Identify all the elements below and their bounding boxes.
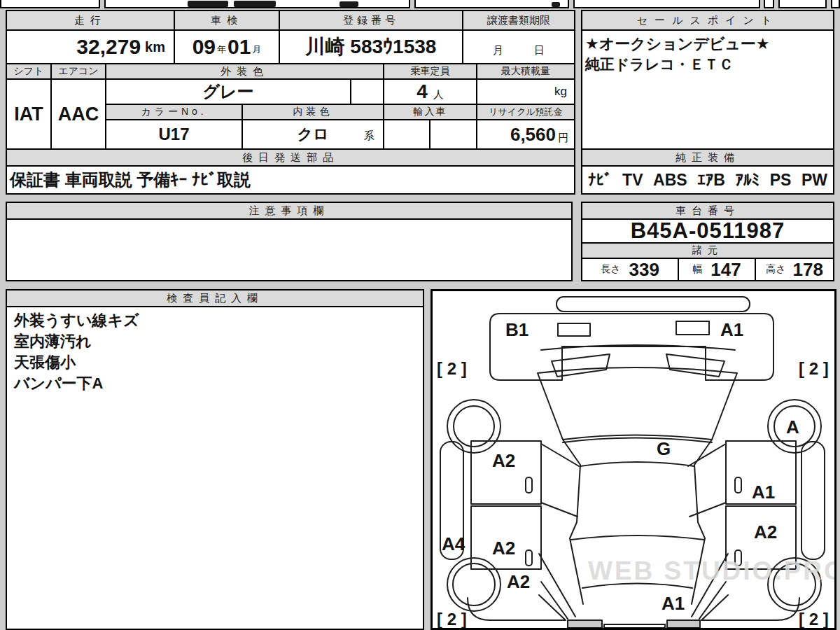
rear-lamp-area — [568, 620, 602, 628]
capacity-value: 4 人 — [383, 78, 477, 105]
body-side-left — [563, 440, 583, 604]
inspector-header: 検査員記入欄 — [6, 289, 424, 307]
equipment-item: ﾅﾋﾞ — [588, 171, 612, 190]
max-load-value: kg — [476, 78, 575, 105]
car-diagram-svg: WEB STUDIO.PRO B1 A1 [ 2 ] [ 2 ] [ 2 ] [… — [433, 291, 834, 628]
wiper-left — [552, 354, 610, 377]
notes-body — [6, 218, 573, 281]
hood-arc — [563, 438, 712, 443]
inspector-line: 天張傷小 — [14, 352, 76, 373]
scan-artifact — [188, 1, 228, 7]
damage-label-left-quarter: A2 — [507, 571, 530, 592]
chassis-header: 車台番号 — [581, 202, 834, 220]
mileage-value: 32,279 km — [6, 29, 175, 64]
watermark: WEB STUDIO.PRO — [588, 556, 834, 585]
exterior-color-header: 外装色 — [105, 63, 384, 80]
damage-label-right-front-door: A1 — [752, 482, 775, 503]
inspector-line: 外装うすい線キズ — [14, 310, 139, 331]
rear-garnish — [604, 624, 665, 628]
interior-color-value: クロ 系 — [241, 119, 384, 150]
corner-label-top-left: [ 2 ] — [437, 359, 467, 378]
sales-point-body: ★オークションデビュー★ 純正ドラレコ・ＥＴＣ — [581, 29, 834, 150]
interior-color-text: クロ — [297, 124, 328, 145]
sill-right — [802, 442, 825, 559]
damage-label-front-left: B1 — [505, 319, 528, 340]
transfer-day-char: 日 — [534, 44, 545, 57]
spec-width: 幅 147 — [678, 258, 756, 281]
damage-label-left-sill: A4 — [442, 533, 465, 554]
equipment-item: ABS — [653, 171, 687, 190]
door-handle — [735, 477, 741, 493]
registration-header: 登録番号 — [279, 10, 463, 31]
spec-length-label: 長さ — [601, 263, 620, 276]
spec-height: 高さ 178 — [755, 258, 834, 281]
inspection-value: 09 年 01 月 — [174, 29, 280, 64]
damage-label-front-right: A1 — [720, 319, 743, 340]
damage-label-rear-gate: A1 — [662, 593, 685, 614]
interior-color-header: 内装色 — [241, 104, 384, 120]
import-header: 輸入車 — [383, 104, 477, 120]
capacity-unit: 人 — [433, 88, 444, 102]
shift-value: IAT — [6, 78, 52, 150]
equipment-item: PW — [802, 171, 827, 190]
rear-bumper-left — [468, 595, 566, 620]
aircon-value: AAC — [50, 78, 106, 150]
damage-label-right-rear-door: A2 — [754, 522, 777, 542]
inspection-header: 車検 — [174, 10, 280, 31]
sales-point-line1: ★オークションデビュー★ — [585, 34, 770, 55]
spec-width-value: 147 — [710, 259, 741, 281]
spec-length: 長さ 339 — [581, 258, 679, 281]
rear-bumper-right — [701, 595, 799, 620]
inspector-body: 外装うすい線キズ 室内薄汚れ 天張傷小 バンパー下A — [6, 306, 424, 630]
sales-point-line2: 純正ドラレコ・ＥＴＣ — [585, 55, 734, 74]
recycle-fee-value: 6,560 円 — [476, 119, 575, 150]
scan-artifact — [234, 1, 276, 7]
inspection-year-unit: 年 — [217, 43, 226, 56]
exterior-color-value: グレー — [105, 78, 351, 105]
spec-height-value: 178 — [792, 259, 822, 281]
transfer-docs-value: 月 日 — [462, 29, 575, 64]
shift-header: シフト — [6, 63, 52, 80]
import-cell-b — [429, 119, 477, 150]
scan-artifact — [552, 2, 560, 7]
equipment-item: ｴｱB — [697, 171, 725, 190]
aircon-header: エアコン — [50, 63, 106, 80]
registration-value: 川崎 583ｳ1538 — [279, 29, 463, 64]
damage-label-wheel-right: A — [786, 416, 799, 438]
license-plate-area — [558, 323, 590, 336]
wiper-right — [666, 354, 724, 377]
transfer-month-char: 月 — [493, 44, 503, 57]
inspector-line: バンパー下A — [14, 373, 103, 394]
spec-width-label: 幅 — [692, 263, 702, 276]
color-no-value: U17 — [105, 119, 243, 150]
inspection-month: 01 — [227, 35, 251, 59]
equipment-header: 純正装備 — [581, 148, 834, 167]
license-plate-area — [676, 321, 709, 335]
car-diagram: WEB STUDIO.PRO B1 A1 [ 2 ] [ 2 ] [ 2 ] [… — [430, 289, 836, 630]
spec-length-value: 339 — [629, 259, 659, 281]
sales-point-header: セールスポイント — [581, 10, 834, 31]
fold-line — [690, 503, 726, 517]
scan-artifact — [778, 0, 827, 8]
capacity-number: 4 — [416, 80, 428, 103]
mileage-header: 走行 — [6, 10, 175, 31]
import-cell-a — [383, 119, 430, 150]
scan-artifact — [340, 1, 358, 7]
damage-label-left-rear-door: A2 — [492, 538, 515, 559]
corner-label-bottom-left: [ 2 ] — [437, 610, 467, 628]
equipment-row: ﾅﾋﾞ TV ABS ｴｱB ｱﾙﾐ PS PW — [581, 165, 834, 195]
scan-artifact — [831, 0, 840, 8]
equipment-item: PS — [770, 171, 792, 190]
equipment-item: ｱﾙﾐ — [736, 171, 760, 190]
corner-label-top-right: [ 2 ] — [799, 359, 829, 378]
wheel-front-left — [447, 400, 500, 453]
recycle-fee-header: リサイクル預託金 — [476, 104, 575, 120]
door-handle — [526, 477, 532, 493]
transfer-docs-header: 譲渡書類期限 — [462, 10, 575, 31]
exterior-color-extra-cell — [350, 78, 384, 105]
inspector-line: 室内薄汚れ — [14, 331, 92, 352]
color-no-header: カラーNo. — [105, 104, 243, 120]
later-parts-header: 後日発送部品 — [6, 148, 575, 167]
inspection-month-unit: 月 — [252, 43, 261, 56]
damage-label-hood: G — [657, 438, 671, 459]
